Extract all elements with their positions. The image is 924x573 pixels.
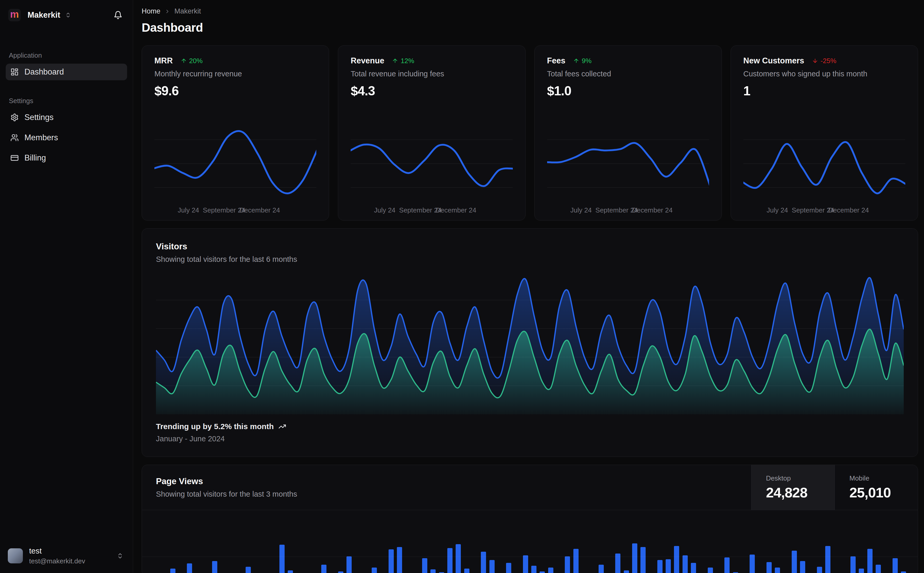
sparkline-chart: July 24 September 24 December 24: [351, 125, 513, 215]
x-axis-labels: July 24 September 24 December 24: [351, 203, 513, 215]
visitors-subtitle: Showing total visitors for the last 6 mo…: [156, 255, 904, 264]
bar: [565, 556, 570, 573]
stat-value: $4.3: [351, 83, 513, 99]
sparkline-chart: July 24 September 24 December 24: [547, 125, 709, 215]
section-label-application: Application: [6, 52, 127, 59]
user-meta: test test@makerkit.dev: [29, 546, 85, 565]
chevrons-up-down-icon[interactable]: [65, 12, 71, 18]
stat-description: Customers who signed up this month: [744, 70, 905, 78]
bar: [246, 567, 251, 573]
user-menu[interactable]: test test@makerkit.dev: [0, 540, 133, 573]
segment-desktop[interactable]: Desktop 24,828: [751, 465, 835, 510]
avatar: [8, 548, 23, 564]
workspace-name: Makerkit: [28, 10, 60, 20]
sidebar: m Makerkit Application Dashboard Setting…: [0, 0, 133, 573]
sparkline-chart: July 24 September 24 December 24: [744, 125, 905, 215]
bar: [868, 549, 872, 573]
bell-icon[interactable]: [114, 11, 122, 19]
bar: [338, 571, 344, 573]
x-tick: September 24: [203, 206, 245, 214]
bar: [430, 569, 436, 573]
bar: [800, 561, 805, 573]
bar: [725, 557, 729, 573]
stat-value: $9.6: [154, 83, 316, 99]
x-tick: September 24: [399, 206, 442, 214]
bar: [691, 563, 696, 573]
bar: [792, 551, 797, 573]
sidebar-item-members[interactable]: Members: [6, 129, 127, 146]
x-tick: July 24: [570, 206, 591, 214]
bar: [523, 555, 528, 573]
page-views-subtitle: Showing total visitors for the last 3 mo…: [156, 490, 737, 498]
bar: [640, 547, 646, 573]
page-views-segments: Desktop 24,828 Mobile 25,010: [751, 465, 918, 510]
page-views-title: Page Views: [156, 476, 737, 486]
page-title: Dashboard: [142, 20, 918, 34]
trend-value: 20%: [189, 57, 203, 65]
bar: [170, 568, 176, 573]
bar: [531, 566, 537, 573]
breadcrumb-home-link[interactable]: Home: [142, 7, 160, 15]
bar: [850, 556, 856, 573]
visitors-area-chart: [156, 271, 904, 414]
trending-up-icon: [278, 423, 286, 431]
bar: [548, 568, 553, 573]
visitors-trend-text: Trending up by 5.2% this month: [156, 422, 274, 431]
bar: [212, 561, 217, 573]
bar: [901, 571, 906, 573]
bar: [540, 571, 545, 573]
bar: [321, 565, 326, 573]
bar: [389, 550, 394, 573]
sidebar-item-settings[interactable]: Settings: [6, 109, 127, 126]
bar: [397, 547, 402, 573]
stat-title: Fees: [547, 56, 566, 66]
x-axis-labels: July 24 September 24 December 24: [154, 203, 316, 215]
visitors-footer: Trending up by 5.2% this month: [156, 422, 904, 431]
chevrons-up-down-icon[interactable]: [117, 553, 124, 559]
stat-value: 1: [744, 83, 905, 99]
x-axis-labels: July 24 September 24 December 24: [744, 203, 905, 215]
sidebar-item-label: Settings: [24, 113, 53, 122]
bar: [481, 552, 486, 573]
bar: [279, 545, 285, 573]
arrow-up-icon: [573, 58, 579, 64]
stat-description: Total fees collected: [547, 70, 709, 78]
trend-badge: 9%: [573, 57, 591, 65]
credit-card-icon: [10, 154, 19, 162]
brand-logo-letter: m: [10, 9, 19, 19]
breadcrumb-current: Makerkit: [174, 7, 201, 15]
x-tick: December 24: [239, 206, 280, 214]
user-email: test@makerkit.dev: [29, 557, 85, 565]
page-views-bar-chart: [153, 511, 906, 573]
brand-logo: m: [8, 9, 21, 21]
bar: [775, 568, 780, 573]
sidebar-item-label: Billing: [24, 153, 46, 163]
sidebar-item-dashboard[interactable]: Dashboard: [6, 64, 127, 80]
section-label-settings: Settings: [6, 97, 127, 105]
sidebar-item-billing[interactable]: Billing: [6, 150, 127, 166]
bar: [187, 564, 192, 573]
stat-description: Total revenue including fees: [351, 70, 513, 78]
stat-card-fees: Fees 9% Total fees collected $1.0 July 2…: [534, 45, 722, 221]
stat-card-grid: MRR 20% Monthly recurring revenue $9.6 J…: [142, 45, 918, 221]
bar: [767, 562, 772, 573]
segment-value: 24,828: [766, 484, 820, 501]
bar: [347, 556, 351, 573]
brand-row: m Makerkit: [0, 0, 133, 21]
sparkline-chart: July 24 September 24 December 24: [154, 125, 316, 215]
arrow-up-icon: [180, 58, 187, 64]
trend-badge: -25%: [812, 57, 836, 65]
bar: [422, 558, 427, 573]
stat-description: Monthly recurring revenue: [154, 70, 316, 78]
segment-mobile[interactable]: Mobile 25,010: [835, 465, 918, 510]
users-icon: [10, 133, 19, 142]
bar: [464, 568, 469, 573]
segment-label: Desktop: [766, 474, 820, 482]
stat-title: New Customers: [744, 56, 804, 66]
visitors-card: Visitors Showing total visitors for the …: [142, 228, 918, 457]
trend-value: 9%: [582, 57, 591, 65]
x-tick: December 24: [436, 206, 476, 214]
visitors-date-range: January - June 2024: [156, 435, 904, 443]
bar: [666, 559, 671, 573]
bar: [875, 565, 881, 573]
